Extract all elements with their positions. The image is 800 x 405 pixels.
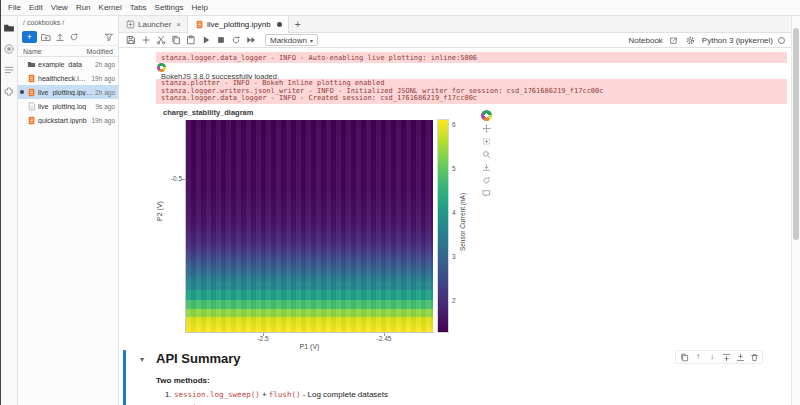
extensions-icon[interactable] (3, 85, 15, 97)
jupyterlab-window: File Edit View Run Kernel Tabs Settings … (0, 0, 800, 405)
refresh-icon[interactable] (68, 32, 79, 43)
new-launcher-button[interactable]: + (22, 31, 37, 43)
cell-type-value: Markdown (270, 36, 307, 45)
file-browser: / cookbooks / + Name Modified (18, 16, 119, 405)
colorbar-tick-label: 5 (452, 165, 464, 172)
notebook-icon (26, 73, 36, 83)
kernel-dot-placeholder (20, 76, 24, 80)
menu-kernel[interactable]: Kernel (95, 0, 126, 16)
file-name: live_plotting.ipynb (38, 89, 93, 96)
notebook-mode-label[interactable]: Notebook (629, 36, 663, 45)
markdown-bold-text: Two methods: (156, 376, 210, 385)
pan-tool-icon[interactable] (481, 123, 492, 134)
copy-icon[interactable] (170, 34, 182, 46)
tab-launcher[interactable]: Launcher × (119, 16, 188, 32)
delete-cell-icon[interactable] (749, 352, 759, 362)
notebook-toolbar: Markdown ▾ Notebook Python 3 (ipykernel) (119, 33, 791, 48)
paste-icon[interactable] (185, 34, 197, 46)
file-row-live-plotting-ipynb[interactable]: live_plotting.ipynb 2h ago (18, 85, 118, 99)
insert-cell-icon[interactable] (140, 34, 152, 46)
collapse-heading-icon[interactable]: ▾ (140, 355, 144, 364)
move-cell-up-icon[interactable]: ↑ (693, 352, 703, 362)
menu-run[interactable]: Run (72, 0, 95, 16)
file-row-healthcheck[interactable]: healthcheck.ipynb 19h ago (18, 71, 118, 85)
kernel-dot-placeholder (20, 104, 24, 108)
tab-live-plotting-ipynb[interactable]: live_plotting.ipynb (188, 16, 289, 33)
menu-edit[interactable]: Edit (25, 0, 47, 16)
scrollbar-thumb[interactable] (793, 28, 799, 240)
file-row-example-data[interactable]: example_data 2h ago (18, 57, 118, 71)
x-axis-line (185, 332, 434, 333)
open-in-new-icon[interactable] (668, 34, 680, 46)
insert-cell-below-icon[interactable] (735, 352, 745, 362)
breadcrumb[interactable]: / cookbooks / (18, 16, 118, 29)
y-axis-label: P2 (V) (155, 191, 165, 231)
box-zoom-tool-icon[interactable] (481, 136, 492, 147)
colorbar-tick-label: 6 (452, 121, 464, 128)
file-browser-icon[interactable] (3, 22, 15, 34)
markdown-cell[interactable]: ▾ API Summary ↑ ↓ (119, 349, 791, 405)
cut-icon[interactable] (155, 34, 167, 46)
new-folder-icon[interactable] (40, 32, 51, 43)
kernel-dot-placeholder (20, 62, 24, 66)
colorbar (438, 120, 448, 332)
kernel-running-dot (20, 90, 24, 94)
menu-view[interactable]: View (47, 0, 72, 16)
move-cell-down-icon[interactable]: ↓ (707, 352, 717, 362)
main-area: Launcher × live_plotting.ipynb + (119, 16, 791, 405)
upload-icon[interactable] (54, 32, 65, 43)
inline-code: session.log_sweep() (174, 390, 260, 399)
scrollbar[interactable] (791, 16, 800, 405)
duplicate-cell-icon[interactable] (679, 352, 689, 362)
cell-type-dropdown[interactable]: Markdown ▾ (265, 34, 318, 46)
bokeh-toolbar-logo-icon[interactable] (481, 110, 492, 121)
wheel-zoom-tool-icon[interactable] (481, 149, 492, 160)
menu-tabs[interactable]: Tabs (126, 0, 151, 16)
filter-files-icon[interactable] (103, 32, 114, 43)
file-icon (26, 101, 36, 111)
file-row-live-plotting-log[interactable]: live_plotting.log 9s ago (18, 99, 118, 113)
restart-run-all-icon[interactable] (245, 34, 257, 46)
activity-bar (1, 16, 18, 405)
restart-kernel-icon[interactable] (230, 34, 242, 46)
notebook-icon (26, 115, 36, 125)
file-name: example_data (38, 61, 93, 68)
list-text: - Log complete datasets (300, 390, 388, 399)
folder-icon (26, 59, 36, 69)
bokeh-logo-icon (157, 63, 166, 72)
kernel-name[interactable]: Python 3 (ipykernel) (702, 36, 773, 45)
save-plot-icon[interactable] (481, 162, 492, 173)
kernel-status-icon[interactable] (778, 37, 785, 44)
stderr-output-1: stanza.logger.data_logger - INFO - Auto-… (156, 52, 787, 63)
table-of-contents-icon[interactable] (3, 64, 15, 76)
file-list-headers: Name Modified (18, 45, 118, 57)
running-sessions-icon[interactable] (3, 43, 15, 55)
unsaved-changes-dot[interactable] (277, 22, 282, 27)
chart-title: charge_stability_diagram (163, 108, 253, 117)
bokeh-figure: charge_stability_diagram P2 (V) -0.5 -2.… (156, 106, 508, 352)
insert-cell-above-icon[interactable] (721, 352, 731, 362)
tab-bar: Launcher × live_plotting.ipynb + (119, 16, 791, 33)
run-icon[interactable] (200, 34, 212, 46)
menu-settings[interactable]: Settings (151, 0, 188, 16)
save-icon[interactable] (125, 34, 137, 46)
inline-code: flush() (269, 390, 301, 399)
file-browser-toolbar: + (18, 29, 118, 45)
gear-icon[interactable] (685, 34, 697, 46)
interrupt-kernel-icon[interactable] (215, 34, 227, 46)
menu-file[interactable]: File (4, 0, 25, 16)
reset-plot-icon[interactable] (481, 175, 492, 186)
close-tab-icon[interactable]: × (176, 20, 181, 29)
sort-by-modified-header[interactable]: Modified (87, 48, 113, 55)
new-tab-button[interactable]: + (289, 16, 307, 32)
menu-help[interactable]: Help (188, 0, 212, 16)
sort-by-name-header[interactable]: Name (23, 48, 87, 55)
list-item: 1. session.log_sweep() + flush() - Log c… (165, 390, 388, 399)
hover-tool-icon[interactable] (481, 188, 492, 199)
colorbar-axis-label: Sensor Current (nA) (459, 177, 467, 267)
heatmap-canvas[interactable] (186, 120, 433, 332)
file-row-quickstart[interactable]: quickstart.ipynb 19h ago (18, 113, 118, 127)
notebook-icon (194, 20, 204, 30)
tab-label: live_plotting.ipynb (207, 20, 271, 29)
y-tick-label: -0.5 (160, 175, 182, 182)
